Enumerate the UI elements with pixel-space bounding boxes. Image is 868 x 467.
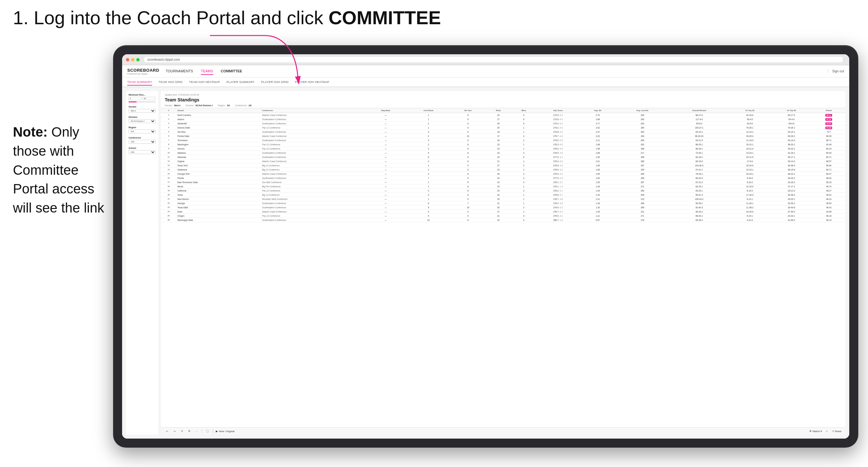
filters-panel: Minimum Rou... Gender	[126, 91, 158, 435]
table-row: 26 Mississippi State Southeastern Confer…	[161, 218, 845, 222]
filter-school-label: School	[129, 147, 156, 149]
no-tour-cell: 6	[451, 138, 486, 143]
adj-score-cell: 277.5 -2.9	[536, 176, 580, 180]
toolbar-redo[interactable]: ↪	[172, 429, 177, 433]
conf-rank-cell: 3	[406, 130, 451, 134]
table-row: 2 Auburn Southeastern Conference — 1 9 2…	[161, 117, 845, 121]
rank-cell: 18	[161, 184, 176, 189]
no-tour-cell: 8	[451, 155, 486, 159]
school-cell: Georgia Tech	[176, 172, 261, 176]
filter-region-select[interactable]: N/A East West	[129, 129, 156, 133]
filter-gender-select[interactable]: Men's Women's	[129, 109, 156, 113]
sign-out-button[interactable]: Sign out	[828, 69, 844, 73]
avg-sg-cell: 0.97	[580, 218, 616, 222]
conference-cell: Southeastern Conference	[261, 176, 365, 180]
conf-rank-cell: 6	[406, 155, 451, 159]
vs50-cell: 33-44-8	[771, 206, 812, 210]
table-row: 10 Alabama Southeastern Conference — 5 8…	[161, 151, 845, 155]
avg-low-cell: 215	[616, 197, 669, 201]
toolbar-expand[interactable]: ⤢	[825, 429, 829, 433]
reg-rank-cell: —	[365, 117, 406, 121]
table-row: 11 Arkansas Southeastern Conference — 6 …	[161, 155, 845, 159]
filter-chip-conference: Conference: All	[235, 104, 251, 106]
filter-conference-select[interactable]: (All)	[129, 140, 156, 144]
rnds-cell: 25	[486, 197, 512, 201]
reg-rank-cell: —	[365, 218, 406, 222]
rank-cell: 26	[161, 218, 176, 222]
filter-division: Division NCAA Division I NCAA Division I…	[129, 116, 156, 123]
reg-rank-cell: —	[365, 176, 406, 180]
watch-button[interactable]: 👁 Watch ▾	[809, 430, 822, 433]
conf-rank-cell: 4	[406, 138, 451, 143]
overall-cell: 66-40-1	[669, 214, 729, 218]
view-original-button[interactable]: ▶ View: Original	[216, 430, 235, 433]
conf-rank-cell: 5	[406, 214, 451, 218]
filter-min-input[interactable]	[129, 97, 142, 100]
overall-cell: 82-18-1	[669, 155, 729, 159]
no-tour-cell: 9	[451, 210, 486, 214]
no-tour-cell: 7	[451, 201, 486, 206]
rank-cell: 21	[161, 197, 176, 201]
toolbar-undo[interactable]: ↩	[165, 429, 169, 433]
adj-score-cell: 277.0 -3.1	[536, 155, 580, 159]
reg-rank-cell: —	[365, 134, 406, 138]
avg-sg-cell: 2.01	[580, 159, 616, 163]
sub-nav-team-h2h-grid[interactable]: TEAM H2H GRID	[159, 79, 183, 85]
avg-sg-cell: 2.77	[580, 121, 616, 126]
overall-cell: 109-24-2	[669, 197, 729, 201]
toolbar-more[interactable]: ···	[194, 429, 199, 433]
points-cell: 63.49	[812, 143, 845, 147]
conf-rank-cell: 2	[406, 121, 451, 126]
toolbar-clock[interactable]: 🕐	[205, 429, 210, 433]
vs25-cell: 10-23-0	[729, 210, 771, 214]
overall-cell: 87-21-2	[669, 180, 729, 184]
points-cell: 60.94	[812, 151, 845, 155]
avg-sg-cell: 2.52	[580, 126, 616, 130]
conference-cell: Pac-12 Conference	[261, 214, 365, 218]
nav-item-tournaments[interactable]: TOURNAMENTS	[166, 68, 193, 75]
wins-cell: 1	[512, 201, 536, 206]
adj-score-cell: 278.2 -5.1	[536, 189, 580, 193]
vs50-cell: 38-20-1	[771, 143, 812, 147]
no-tour-cell: 8	[451, 172, 486, 176]
conf-rank-cell: 2	[406, 143, 451, 147]
wins-cell: 2	[512, 163, 536, 167]
filter-max-input[interactable]	[143, 97, 155, 100]
reg-rank-cell: —	[365, 184, 406, 189]
share-button[interactable]: ↗ Share	[832, 430, 841, 433]
overall-cell: 92-40-3	[669, 206, 729, 210]
gender-chip-value: Men's	[174, 104, 181, 106]
filter-division-select[interactable]: NCAA Division I NCAA Division II NCAA Di…	[129, 119, 156, 123]
vs25-cell: 12-15-0	[729, 184, 771, 189]
bottom-toolbar: ↩ ↪ ↺ ⧉ ··· 🕐 ▶ View: Original	[161, 427, 845, 435]
vs50-cell: 37-30-0	[771, 210, 812, 214]
conference-cell: Mountain West Conference	[261, 197, 365, 201]
filter-school-select[interactable]: (All)	[129, 150, 156, 154]
adj-score-cell: 273.4 -6.2	[536, 121, 580, 126]
school-cell: Texas Tech	[176, 163, 261, 167]
rank-cell: 14	[161, 167, 176, 172]
region-chip-label: Region:	[218, 104, 225, 106]
vs25-cell: 9-10-2	[729, 180, 771, 184]
overall-cell: 83-15-0	[669, 159, 729, 163]
wins-cell: 1	[512, 143, 536, 147]
conference-chip-value: All	[249, 104, 252, 106]
adj-score-cell: 276.0 -6.2	[536, 172, 580, 176]
reg-rank-cell: —	[365, 163, 406, 167]
overall-cell: 82-25-1	[669, 184, 729, 189]
vs25-cell: 13-24-1	[729, 151, 771, 155]
school-cell: Alabama	[176, 151, 261, 155]
rnds-cell: 23	[486, 151, 512, 155]
points-cell: 60.71	[812, 155, 845, 159]
points-cell: 39.13	[812, 218, 845, 222]
school-cell: Texas A&M	[176, 206, 261, 210]
toolbar-copy[interactable]: ⧉	[187, 429, 192, 433]
avg-low-cell: 267	[616, 163, 669, 167]
toolbar-refresh[interactable]: ↺	[180, 429, 184, 433]
rnds-cell: 23	[486, 155, 512, 159]
view-original-label: View: Original	[219, 430, 235, 433]
vs25-cell: 11-38-2	[729, 206, 771, 210]
sub-nav-team-summary[interactable]: TEAM SUMMARY	[127, 79, 152, 86]
avg-sg-cell: 1.98	[580, 143, 616, 147]
vs50-cell: 63-17-0	[771, 113, 812, 117]
